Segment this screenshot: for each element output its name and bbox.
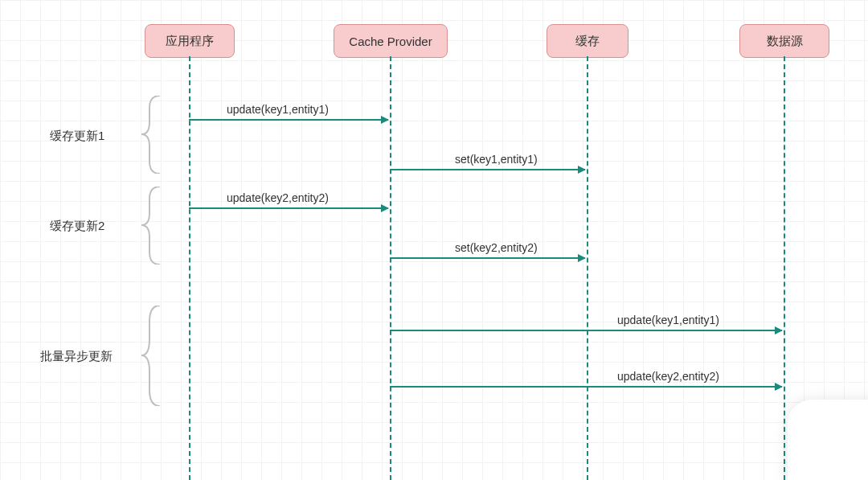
arrow-update-key2-to-provider xyxy=(189,207,388,209)
arrow-update-key1-to-source xyxy=(390,330,782,331)
arrow-set-key1-to-cache xyxy=(390,169,585,170)
actor-data-source: 数据源 xyxy=(739,24,829,58)
actor-label: Cache Provider xyxy=(349,35,432,48)
lifeline-cache-provider xyxy=(390,56,391,480)
actor-application: 应用程序 xyxy=(145,24,235,58)
actor-cache-provider: Cache Provider xyxy=(334,24,448,58)
lifeline-data-source xyxy=(784,56,785,480)
actor-cache: 缓存 xyxy=(547,24,628,58)
msg-update-key2-to-provider: update(key2,entity2) xyxy=(227,191,329,204)
msg-update-key2-to-source: update(key2,entity2) xyxy=(617,370,719,383)
arrow-update-key2-to-source xyxy=(390,386,782,388)
brace-group-3 xyxy=(141,306,166,406)
brace-group-2 xyxy=(141,187,166,265)
arrow-update-key1-to-provider xyxy=(189,119,388,121)
lifeline-cache xyxy=(587,56,588,480)
group-label-cache-update-1: 缓存更新1 xyxy=(50,129,104,144)
msg-update-key1-to-provider: update(key1,entity1) xyxy=(227,103,329,116)
msg-set-key1-to-cache: set(key1,entity1) xyxy=(455,153,538,166)
arrow-set-key2-to-cache xyxy=(390,257,585,259)
brace-group-1 xyxy=(141,96,166,174)
group-label-batch-async: 批量异步更新 xyxy=(40,349,113,364)
msg-set-key2-to-cache: set(key2,entity2) xyxy=(455,241,538,254)
actor-label: 数据源 xyxy=(767,34,803,49)
group-label-cache-update-2: 缓存更新2 xyxy=(50,219,104,234)
actor-label: 缓存 xyxy=(575,34,600,49)
msg-update-key1-to-source: update(key1,entity1) xyxy=(617,314,719,326)
actor-label: 应用程序 xyxy=(166,34,214,49)
